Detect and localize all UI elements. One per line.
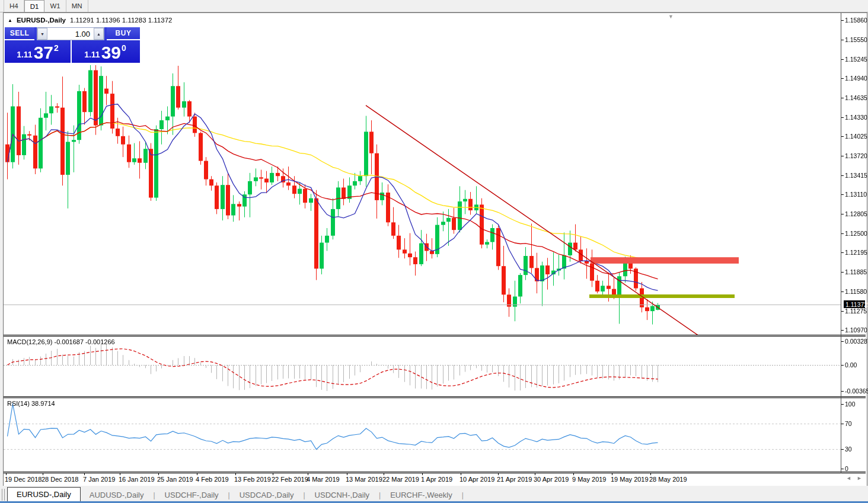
tab-separator: |: [379, 491, 381, 499]
autoscroll-marker-icon[interactable]: ▼: [668, 14, 674, 20]
price-axis-tick: [841, 98, 844, 98]
pane-splitter[interactable]: [4, 335, 866, 337]
price-axis-label: 1.12195: [845, 249, 867, 256]
buy-price-prefix: 1.11: [84, 50, 100, 59]
chart-header: ▲ EURUSD-,Daily 1.11291 1.11396 1.11283 …: [8, 17, 172, 24]
price-axis[interactable]: 1.11372 1.158601.155501.152451.149401.14…: [841, 13, 866, 335]
timeframe-tab-h4[interactable]: H4: [4, 0, 24, 12]
macd-axis-tick: [841, 341, 844, 342]
sell-price-pip: 2: [54, 43, 59, 53]
time-axis-label: 13 Mar 2019: [346, 476, 382, 483]
sell-price-display[interactable]: 1.11 37 2: [5, 40, 72, 63]
time-axis-tick: [84, 473, 85, 475]
time-axis-label: 30 Apr 2019: [534, 476, 569, 483]
macd-axis-label: 0.003287: [845, 338, 868, 345]
time-axis-tick: [273, 473, 273, 475]
symbol-tab-usdcad[interactable]: USDCAD-,Daily: [231, 488, 303, 501]
trading-terminal: H4D1W1MN ▲ EURUSD-,Daily 1.11291 1.11396…: [0, 0, 868, 503]
time-axis-label: 28 May 2019: [649, 476, 687, 483]
symbol-tab-eurchf[interactable]: EURCHF-,Weekly: [381, 488, 461, 501]
time-axis-label: 16 Jan 2019: [119, 476, 155, 483]
time-axis-label: 9 May 2019: [572, 476, 606, 483]
macd-indicator-canvas[interactable]: [4, 337, 841, 396]
timeframe-tab-w1[interactable]: W1: [44, 0, 66, 12]
price-axis-label: 1.11885: [845, 268, 867, 275]
price-axis-label: 1.10970: [845, 326, 867, 334]
chart-window: ▲ EURUSD-,Daily 1.11291 1.11396 1.11283 …: [3, 12, 867, 486]
price-axis-tick: [841, 252, 844, 253]
time-axis-tick: [308, 473, 308, 475]
price-axis-label: 1.11580: [845, 288, 867, 295]
symbol-tab-usdcnh[interactable]: USDCNH-,Daily: [306, 488, 378, 501]
price-axis-tick: [841, 136, 844, 137]
price-axis-label: 1.15245: [845, 56, 867, 63]
price-axis-tick: [841, 20, 844, 21]
scroll-right-icon[interactable]: ►: [857, 475, 862, 481]
time-axis-label: 25 Jan 2019: [157, 476, 193, 483]
pane-splitter[interactable]: [4, 396, 866, 398]
buy-button[interactable]: BUY: [107, 27, 140, 40]
macd-axis[interactable]: 0.0032870.00-0.003659: [841, 337, 866, 396]
one-click-trade-panel: SELL ▼ ▲ BUY 1.11 37 2 1.11: [5, 27, 140, 63]
tab-bar-handle[interactable]: [2, 489, 5, 501]
time-axis-label: 22 Mar 2019: [382, 476, 419, 483]
sell-price-prefix: 1.11: [17, 50, 32, 59]
symbol-tab-eurusd[interactable]: EURUSD-,Daily: [7, 487, 81, 501]
rsi-axis-tick: [841, 404, 844, 405]
macd-axis-tick: [841, 391, 844, 392]
rsi-axis-label: 100: [845, 401, 856, 408]
time-axis-tick: [158, 473, 159, 475]
macd-axis-label: -0.003659: [845, 387, 868, 395]
price-axis-label: 1.11275: [845, 307, 867, 315]
rsi-axis-tick: [841, 449, 844, 450]
sell-button[interactable]: SELL: [5, 27, 34, 40]
price-axis-label: 1.14635: [845, 94, 867, 101]
buy-price-display[interactable]: 1.11 39 0: [72, 40, 139, 63]
time-axis-tick: [43, 473, 43, 475]
price-axis-label: 1.15860: [845, 17, 867, 24]
price-axis-label: 1.12500: [845, 230, 867, 237]
time-axis-tick: [235, 473, 236, 475]
collapse-panel-icon[interactable]: ▲: [8, 18, 12, 23]
price-axis-tick: [841, 40, 844, 40]
time-axis-tick: [6, 473, 7, 475]
rsi-indicator-canvas[interactable]: [4, 398, 841, 472]
time-axis-tick: [384, 473, 384, 475]
time-axis-label: 4 Mar 2019: [307, 476, 340, 483]
volume-decrease-button[interactable]: ▼: [37, 28, 47, 40]
volume-increase-button[interactable]: ▲: [94, 28, 104, 40]
price-axis-label: 1.13720: [845, 152, 867, 159]
buy-price-pip: 0: [122, 43, 126, 53]
time-axis-tick: [535, 473, 535, 475]
price-axis-label: 1.13110: [845, 191, 867, 198]
time-axis-label: 1 Apr 2019: [421, 476, 452, 483]
rsi-axis-label: 0: [845, 465, 848, 472]
price-axis-tick: [841, 117, 844, 118]
timeframe-tab-mn[interactable]: MN: [66, 0, 88, 12]
rsi-axis-tick: [841, 469, 844, 469]
price-axis-tick: [841, 156, 844, 156]
timeframe-toolbar: H4D1W1MN: [0, 0, 868, 12]
timeframe-tab-d1[interactable]: D1: [24, 0, 45, 12]
tab-separator: |: [303, 491, 305, 499]
rsi-axis-tick: [841, 424, 844, 424]
tab-separator: |: [462, 491, 464, 499]
time-axis-tick: [573, 473, 574, 475]
price-axis-tick: [841, 59, 844, 60]
rsi-axis-label: 30: [845, 446, 852, 453]
time-axis-label: 4 Feb 2019: [196, 476, 229, 483]
volume-stepper: ▼ ▲: [37, 27, 104, 40]
time-axis-label: 10 Apr 2019: [459, 476, 494, 483]
rsi-axis[interactable]: 10070300: [841, 398, 866, 472]
time-axis-label: 19 May 2019: [611, 476, 649, 483]
scroll-left-icon[interactable]: ◄: [846, 475, 851, 481]
price-axis-label: 1.12805: [845, 210, 867, 217]
time-axis-label: 19 Dec 2018: [5, 476, 42, 483]
price-axis-label: 1.14330: [845, 114, 867, 121]
time-axis[interactable]: 19 Dec 201828 Dec 20187 Jan 201916 Jan 2…: [4, 473, 866, 485]
symbol-tab-usdchf[interactable]: USDCHF-,Daily: [156, 488, 228, 501]
volume-input[interactable]: [47, 28, 94, 40]
time-axis-label: 13 Feb 2019: [234, 476, 271, 483]
symbol-tab-audusd[interactable]: AUDUSD-,Daily: [81, 488, 153, 501]
chart-symbol-period: EURUSD-,Daily: [17, 17, 66, 24]
